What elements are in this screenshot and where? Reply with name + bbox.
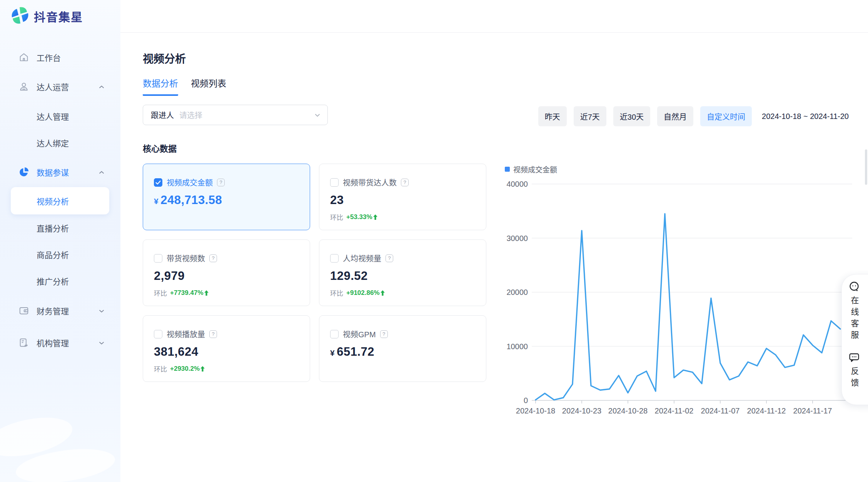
sidebar: 抖音集星 工作台 达人运营 达人管理 达人绑定	[0, 0, 120, 482]
metric-ratio: 环比 +9102.86%	[330, 288, 475, 298]
chevron-down-icon	[98, 307, 105, 314]
date-range-bar: 昨天 近7天 近30天 自然月 自定义时间 2024-10-18 ~ 2024-…	[538, 106, 849, 126]
sidebar-item-label: 数据参谋	[37, 166, 69, 178]
svg-text:2024-10-28: 2024-10-28	[608, 407, 648, 415]
wallet-icon	[18, 305, 29, 316]
pie-chart-icon	[18, 167, 29, 177]
tab-data-analysis[interactable]: 数据分析	[143, 76, 178, 96]
sidebar-item-product-analysis[interactable]: 商品分析	[0, 244, 157, 265]
svg-text:30000: 30000	[506, 234, 528, 243]
metric-value: ¥248,713.58	[154, 193, 299, 207]
help-icon[interactable]: ?	[380, 330, 388, 338]
metric-card-video-plays[interactable]: 视频播放量 ? 381,624 环比 +2930.2%	[143, 315, 310, 382]
checkbox[interactable]	[154, 330, 162, 338]
help-icon[interactable]: ?	[401, 179, 409, 186]
metric-label: 人均视频量	[343, 253, 381, 264]
arrow-up-icon	[381, 290, 385, 296]
metric-value: 2,979	[154, 269, 299, 283]
sidebar-item-data-advisor[interactable]: 数据参谋	[0, 161, 120, 183]
page-title: 视频分析	[143, 50, 186, 66]
brand-name: 抖音集星	[34, 8, 83, 25]
svg-text:2024-10-18: 2024-10-18	[516, 407, 555, 415]
sidebar-item-creator-ops[interactable]: 达人运营	[0, 76, 120, 97]
sidebar-item-creator-binding[interactable]: 达人绑定	[0, 132, 157, 154]
metric-value: 381,624	[154, 345, 299, 359]
online-service-label: 在线客服	[848, 296, 860, 342]
line-chart-svg: 0100002000030000400002024-10-182024-10-2…	[500, 162, 868, 431]
svg-text:40000: 40000	[506, 180, 528, 188]
date-btn-natural-month[interactable]: 自然月	[657, 106, 693, 126]
checkbox[interactable]	[330, 330, 339, 338]
metric-card-video-gmv[interactable]: 视频成交金额 ? ¥248,713.58	[143, 164, 310, 230]
metric-card-video-count[interactable]: 带货视频数 ? 2,979 环比 +7739.47%	[143, 239, 310, 306]
metric-card-video-gpm[interactable]: 视频GPM ? ¥651.72	[319, 315, 486, 382]
brand-logo[interactable]: 抖音集星	[11, 6, 83, 26]
date-btn-custom[interactable]: 自定义时间	[700, 106, 752, 126]
organization-icon	[18, 337, 29, 348]
checkbox[interactable]	[154, 178, 162, 187]
metric-label: 视频带货达人数	[343, 177, 397, 188]
sidebar-item-workbench[interactable]: 工作台	[0, 47, 120, 68]
metric-value: 129.52	[330, 269, 475, 283]
sidebar-item-video-analysis[interactable]: 视频分析	[11, 187, 109, 214]
date-btn-yesterday[interactable]: 昨天	[538, 106, 567, 126]
sidebar-item-creator-management[interactable]: 达人管理	[0, 105, 157, 127]
metric-ratio: 环比 +53.33%	[330, 212, 475, 222]
arrow-up-icon	[204, 290, 209, 296]
sidebar-item-label: 达人运营	[37, 81, 69, 92]
metric-label: 视频播放量	[167, 328, 205, 340]
sidebar-item-finance-management[interactable]: 财务管理	[0, 300, 120, 321]
sidebar-item-org-management[interactable]: 机构管理	[0, 332, 120, 353]
sidebar-item-promotion-analysis[interactable]: 推广分析	[0, 270, 157, 292]
chevron-up-icon	[98, 169, 105, 176]
online-service-button[interactable]: 在线客服	[842, 281, 866, 342]
customer-service-icon	[848, 281, 860, 294]
follower-select[interactable]: 跟进人 请选择	[143, 105, 328, 125]
gmv-trend-chart: 视频成交金额 0100002000030000400002024-10-1820…	[500, 162, 868, 431]
tab-video-list[interactable]: 视频列表	[191, 76, 226, 96]
metric-cards: 视频成交金额 ? ¥248,713.58 视频带货达人数 ? 23 环比 +53…	[143, 164, 486, 382]
date-range-value[interactable]: 2024-10-18 ~ 2024-11-20	[762, 112, 849, 121]
user-icon	[18, 81, 29, 92]
sidebar-item-label: 工作台	[37, 52, 61, 63]
scrollbar-thumb[interactable]	[865, 149, 867, 185]
sidebar-item-label: 视频分析	[37, 195, 69, 207]
floating-support-widget: 在线客服 反馈	[841, 274, 868, 405]
svg-text:0: 0	[524, 396, 528, 405]
metric-card-avg-videos[interactable]: 人均视频量 ? 129.52 环比 +9102.86%	[319, 239, 486, 306]
date-btn-30days[interactable]: 近30天	[613, 106, 650, 126]
metric-card-video-creators[interactable]: 视频带货达人数 ? 23 环比 +53.33%	[319, 164, 486, 230]
svg-text:2024-10-23: 2024-10-23	[562, 407, 601, 415]
date-btn-7days[interactable]: 近7天	[574, 106, 606, 126]
arrow-up-icon	[200, 366, 205, 372]
sidebar-item-live-analysis[interactable]: 直播分析	[0, 217, 157, 239]
chevron-up-icon	[98, 83, 105, 90]
help-icon[interactable]: ?	[209, 254, 217, 262]
help-icon[interactable]: ?	[209, 330, 217, 338]
metric-value: 23	[330, 193, 475, 207]
metric-ratio: 环比 +2930.2%	[154, 364, 299, 373]
metric-ratio: 环比 +7739.47%	[154, 288, 299, 298]
feedback-icon	[848, 351, 860, 365]
tab-bar: 数据分析 视频列表	[143, 76, 226, 96]
svg-text:10000: 10000	[506, 342, 528, 351]
checkbox[interactable]	[330, 254, 339, 263]
svg-text:2024-11-02: 2024-11-02	[655, 407, 694, 415]
chevron-down-icon	[314, 111, 321, 119]
arrow-up-icon	[373, 214, 377, 220]
sidebar-item-label: 财务管理	[37, 305, 69, 316]
sidebar-item-label: 直播分析	[37, 222, 69, 234]
checkbox[interactable]	[330, 178, 339, 187]
chevron-down-icon	[98, 339, 105, 346]
top-bar	[120, 0, 868, 33]
sidebar-item-label: 达人绑定	[37, 137, 69, 149]
svg-text:2024-11-07: 2024-11-07	[701, 407, 740, 415]
help-icon[interactable]: ?	[217, 179, 225, 186]
feedback-label: 反馈	[848, 367, 860, 390]
help-icon[interactable]: ?	[386, 254, 393, 262]
feedback-button[interactable]: 反馈	[842, 351, 866, 390]
svg-text:20000: 20000	[506, 288, 528, 296]
sidebar-item-label: 推广分析	[37, 275, 69, 287]
metric-label: 视频成交金额	[167, 177, 213, 188]
home-icon	[18, 52, 29, 63]
